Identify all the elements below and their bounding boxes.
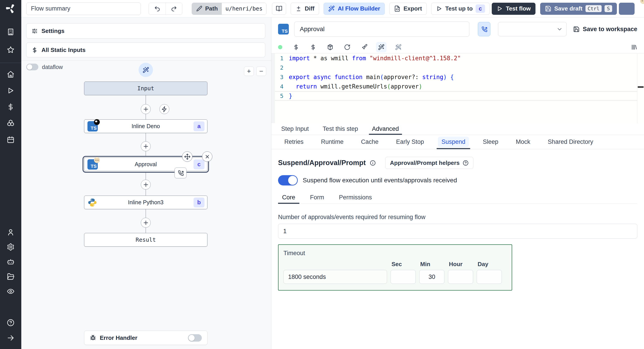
- sidebar-calendar-icon[interactable]: [4, 133, 17, 146]
- timeout-sec-input[interactable]: [390, 270, 416, 284]
- suspend-phone-badge[interactable]: [174, 168, 186, 178]
- tab-early-stop[interactable]: Early Stop: [390, 135, 430, 149]
- move-step-button[interactable]: [182, 151, 192, 162]
- approval-prompt-helpers-button[interactable]: Approval/Prompt helpers: [385, 157, 473, 169]
- undo-button[interactable]: [149, 3, 166, 14]
- suspend-toggle[interactable]: [278, 175, 298, 185]
- add-step-button[interactable]: [141, 218, 151, 228]
- save-to-workspace-button[interactable]: Save to workspace: [573, 26, 637, 33]
- timeout-day-input[interactable]: [477, 270, 502, 284]
- add-step-button[interactable]: [141, 104, 151, 114]
- library-icon[interactable]: [631, 44, 637, 50]
- tab-sleep[interactable]: Sleep: [476, 135, 504, 149]
- magic-wand-icon: [142, 67, 149, 73]
- timeout-hour-input[interactable]: [448, 270, 473, 284]
- tab-test-this-step[interactable]: Test this step: [320, 123, 361, 135]
- sidebar-home-icon[interactable]: [4, 68, 17, 80]
- timeout-display-input[interactable]: [284, 270, 387, 284]
- add-step-button[interactable]: [141, 180, 151, 190]
- tab-step-input[interactable]: Step Input: [278, 123, 312, 135]
- flow-summary-input[interactable]: [26, 2, 141, 15]
- editor-scrollbar[interactable]: [637, 53, 637, 123]
- step-node-inline-python3[interactable]: Inline Python3 b: [84, 196, 208, 209]
- sidebar-gear-icon[interactable]: [4, 241, 17, 253]
- resources-dollar-icon[interactable]: [310, 44, 316, 50]
- test-flow-button[interactable]: Test flow: [492, 3, 536, 15]
- suspend-phone-button[interactable]: [478, 22, 490, 36]
- add-trigger-button[interactable]: [160, 104, 169, 114]
- flow-graph-panel: Settings All Static Inputs dataflow + −: [21, 17, 271, 349]
- ai-assistant-wand-icon[interactable]: [376, 42, 386, 52]
- add-step-button[interactable]: [141, 141, 151, 151]
- overflow-button[interactable]: [619, 3, 634, 15]
- close-x-icon: [204, 153, 210, 160]
- static-inputs-label: All Static Inputs: [42, 47, 86, 53]
- result-node[interactable]: Result: [84, 233, 208, 247]
- step-node-inline-deno[interactable]: TS Inline Deno a: [84, 119, 208, 133]
- step-name-input[interactable]: [294, 21, 469, 37]
- undo-redo-group: [149, 3, 182, 15]
- reload-icon[interactable]: [344, 44, 350, 50]
- zoom-out-button[interactable]: −: [256, 66, 266, 76]
- export-label: Export: [404, 5, 422, 12]
- tab-core[interactable]: Core: [278, 191, 299, 204]
- tab-advanced[interactable]: Advanced: [369, 123, 402, 135]
- step-id-badge: c: [194, 159, 204, 169]
- sidebar-cubes-icon[interactable]: [4, 117, 17, 129]
- tab-retries[interactable]: Retries: [278, 135, 310, 149]
- sidebar-folder-icon[interactable]: [4, 270, 17, 283]
- redo-button[interactable]: [166, 3, 182, 14]
- tab-form[interactable]: Form: [306, 191, 328, 204]
- tab-mock[interactable]: Mock: [510, 135, 536, 149]
- timeout-unit-label: Hour: [449, 261, 473, 268]
- plus-icon: [142, 143, 149, 150]
- code-line-2: 2: [271, 63, 637, 72]
- tab-cache[interactable]: Cache: [355, 135, 385, 149]
- timeout-min-input[interactable]: [419, 270, 444, 284]
- export-button[interactable]: Export: [389, 3, 426, 15]
- test-up-to-button[interactable]: Test up to c: [431, 3, 490, 15]
- tutorial-button[interactable]: [272, 3, 286, 15]
- format-brush-icon[interactable]: [361, 44, 368, 50]
- settings-label: Settings: [42, 27, 64, 34]
- ai-assistant-off-icon[interactable]: [395, 44, 402, 50]
- error-handler-row[interactable]: Error Handler: [84, 331, 208, 345]
- package-icon[interactable]: [327, 44, 334, 50]
- sidebar-eye-icon[interactable]: [4, 285, 17, 298]
- script-version-select[interactable]: [498, 22, 567, 36]
- graph-ai-wand-button[interactable]: [138, 63, 153, 77]
- path-button[interactable]: Path u/henri/bes: [192, 3, 266, 15]
- path-label: Path: [205, 5, 218, 12]
- windmill-logo-icon[interactable]: [6, 3, 16, 14]
- dataflow-toggle[interactable]: [26, 64, 38, 70]
- sidebar-play-icon[interactable]: [4, 84, 17, 97]
- variables-dollar-icon[interactable]: [293, 44, 299, 50]
- sidebar-bot-icon[interactable]: [4, 255, 17, 268]
- all-static-inputs-button[interactable]: All Static Inputs: [26, 42, 265, 57]
- delete-step-button[interactable]: [202, 151, 212, 162]
- cursor-overview-marker: [638, 86, 644, 88]
- sidebar-help-icon[interactable]: [4, 316, 17, 329]
- ai-flow-builder-button[interactable]: AI Flow Builder: [324, 3, 385, 15]
- approvals-count-input[interactable]: [278, 224, 637, 239]
- sidebar-building-icon[interactable]: [4, 25, 17, 38]
- sidebar-dollar-icon[interactable]: [4, 101, 17, 113]
- sidebar-user-icon[interactable]: [4, 226, 17, 238]
- save-draft-button[interactable]: Save draft Ctrl S: [540, 3, 617, 15]
- info-icon[interactable]: [370, 160, 376, 166]
- sidebar-star-icon[interactable]: [4, 43, 17, 56]
- zoom-in-button[interactable]: +: [244, 66, 254, 76]
- tab-shared-directory[interactable]: Shared Directory: [542, 135, 600, 149]
- flow-settings-button[interactable]: Settings: [26, 23, 265, 38]
- error-handler-toggle[interactable]: [188, 334, 202, 342]
- lint-status-dot: [278, 45, 282, 49]
- tab-permissions[interactable]: Permissions: [335, 191, 376, 204]
- sidebar-footer-group: [4, 316, 17, 344]
- code-editor[interactable]: 1import * as wmill from "windmill-client…: [271, 53, 644, 123]
- diff-button[interactable]: Diff: [290, 3, 319, 15]
- tab-suspend[interactable]: Suspend: [435, 135, 472, 149]
- ai-flow-builder-label: AI Flow Builder: [338, 5, 380, 12]
- sidebar-arrow-right-icon[interactable]: [4, 332, 17, 344]
- tab-runtime[interactable]: Runtime: [315, 135, 350, 149]
- input-node[interactable]: Input: [84, 81, 208, 95]
